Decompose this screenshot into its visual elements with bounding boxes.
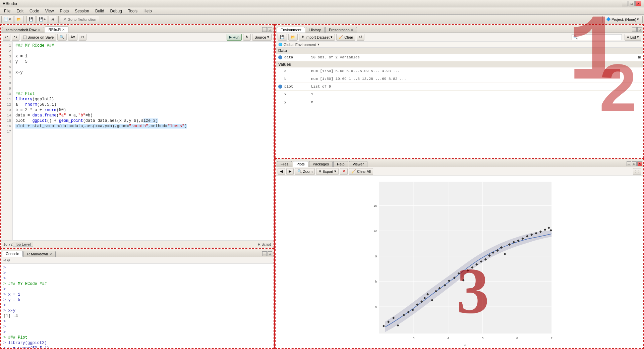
plot-minimize-button[interactable]: — <box>627 161 631 166</box>
menu-build[interactable]: Build <box>93 8 107 14</box>
tab-seminararbeit[interactable]: seminararbeit.Rnw ✕ <box>2 27 44 33</box>
rerun-button[interactable]: ↻ <box>243 34 251 41</box>
editor-content: 12345 678910 1112131415 1617 ### MY RCod… <box>1 42 274 240</box>
save-button[interactable]: 💾 <box>26 16 36 23</box>
tab-rfile-close[interactable]: ✕ <box>62 28 65 32</box>
tab-rmarkdown-close[interactable]: ✕ <box>49 252 52 256</box>
tab-files[interactable]: Files <box>277 161 292 167</box>
format-button[interactable]: A▾ <box>68 34 77 41</box>
project-button[interactable]: 🔷 Project: (None) ▾ <box>602 16 643 23</box>
editor-tabs: seminararbeit.Rnw ✕ RFile.R ✕ — □ <box>1 25 274 33</box>
snippet-button[interactable]: ✂ <box>79 34 86 41</box>
env-maximize-button[interactable]: □ <box>637 27 642 32</box>
x-indicator <box>278 92 282 96</box>
menu-file[interactable]: File <box>1 8 13 14</box>
minimize-button[interactable]: — <box>622 1 628 6</box>
y-name: y <box>284 99 311 105</box>
tab-packages[interactable]: Packages <box>309 161 333 167</box>
plot-value: List of 9 <box>311 84 331 90</box>
menu-code[interactable]: Code <box>27 8 42 14</box>
console-line: > <box>3 270 271 276</box>
menu-view[interactable]: View <box>43 8 57 14</box>
menu-help[interactable]: Help <box>141 8 155 14</box>
svg-text:15: 15 <box>373 204 377 207</box>
tab-rmarkdown[interactable]: R Markdown ✕ <box>23 251 56 257</box>
plot-maximize-button[interactable]: □ <box>632 161 637 166</box>
tab-environment[interactable]: Environment <box>277 27 305 33</box>
go-to-file-input[interactable]: ↗ Go to file/function <box>60 16 99 23</box>
global-env-label[interactable]: Global Environment <box>284 43 316 47</box>
env-open-button[interactable]: 📂 <box>288 34 298 41</box>
env-row-x[interactable]: x 1 <box>276 91 643 98</box>
menu-edit[interactable]: Edit <box>14 8 26 14</box>
export-button[interactable]: ⬇ Export▾ <box>316 168 339 175</box>
tab-presentation-close[interactable]: ✕ <box>351 28 353 32</box>
main-toolbar: 📄▾ 📂 💾 💾+ 🖨 ↗ Go to file/function 🔷 Proj… <box>0 15 644 24</box>
plot-close-button[interactable]: ✕ <box>637 161 642 166</box>
code-area[interactable]: ### MY RCode ### x = 1 y = 5 x-y ### Plo… <box>13 42 274 240</box>
context-level[interactable]: Top Level <box>13 242 33 247</box>
console-maximize-button[interactable]: □ <box>268 251 272 256</box>
source-button[interactable]: Source▾ <box>252 34 272 41</box>
env-save-button[interactable]: 💾 <box>278 34 287 41</box>
env-row-plot[interactable]: plot List of 9 <box>276 83 643 91</box>
zoom-button[interactable]: 🔍 Zoom <box>295 168 315 175</box>
console-minimize-button[interactable]: — <box>262 251 267 256</box>
tab-console-label: Console <box>6 252 19 256</box>
undo-button[interactable]: ↩ <box>3 34 10 41</box>
data-expand-icon[interactable]: ⊞ <box>638 54 641 60</box>
env-row-b[interactable]: b num [1:50] 10.69 1...8 13.28 ...69 8.8… <box>276 75 643 83</box>
tab-history[interactable]: History <box>306 27 325 33</box>
new-file-button[interactable]: 📄▾ <box>1 16 13 23</box>
source-save-button[interactable]: Source on Save <box>21 34 56 41</box>
menu-tools[interactable]: Tools <box>125 8 140 14</box>
toolbar-sep-1 <box>25 16 25 23</box>
clear-env-button[interactable]: 🧹 Clear <box>336 34 355 41</box>
plot-indicator <box>278 85 282 89</box>
open-file-button[interactable]: 📂 <box>14 16 23 23</box>
editor-maximize-button[interactable]: □ <box>268 27 272 32</box>
env-search-input[interactable] <box>572 34 622 40</box>
env-content: Data data 50 obs. of 2 variables ⊞ Value… <box>276 48 643 158</box>
env-minimize-button[interactable]: — <box>632 27 637 32</box>
plot-prev-button[interactable]: ◀ <box>278 168 285 175</box>
tab-viewer[interactable]: Viewer <box>349 161 367 167</box>
env-row-data[interactable]: data 50 obs. of 2 variables ⊞ <box>276 54 643 61</box>
toolbar-sep-2 <box>58 16 59 23</box>
maximize-button[interactable]: □ <box>629 1 635 6</box>
menu-plots[interactable]: Plots <box>57 8 72 14</box>
plot-next-button[interactable]: ▶ <box>286 168 294 175</box>
list-view-button[interactable]: ≡ List▾ <box>625 34 641 41</box>
env-row-y[interactable]: y 5 <box>276 98 643 106</box>
tab-help[interactable]: Help <box>333 161 348 167</box>
print-button[interactable]: 🖨 <box>49 16 57 23</box>
plot-name: plot <box>284 84 311 90</box>
import-dataset-button[interactable]: ⬆ Import Dataset▾ <box>299 34 335 41</box>
x-value: 1 <box>311 91 313 97</box>
console-stop-icon[interactable]: ⊙ <box>7 258 10 262</box>
search-button[interactable]: 🔍 <box>57 34 67 41</box>
tab-rfile[interactable]: RFile.R ✕ <box>45 27 69 33</box>
save-all-button[interactable]: 💾+ <box>37 16 48 23</box>
redo-button[interactable]: ↪ <box>12 34 19 41</box>
clear-all-button[interactable]: 🧹 Clear All <box>349 168 373 175</box>
console-line: > <box>3 303 271 308</box>
delete-plot-button[interactable]: ✕ <box>340 168 348 175</box>
close-button[interactable]: ✕ <box>635 1 641 6</box>
project-dropdown-icon: ▾ <box>637 17 639 21</box>
svg-text:4: 4 <box>447 337 449 340</box>
tab-rmarkdown-label: R Markdown <box>27 252 48 256</box>
source-save-checkbox[interactable] <box>23 36 26 39</box>
env-row-a[interactable]: a num [1:50] 5.68 6.0...5.09 5... 4.98 .… <box>276 67 643 75</box>
refresh-button[interactable]: ↺ <box>357 34 364 41</box>
run-button[interactable]: ▶ Run <box>227 34 242 41</box>
plot-fullscreen-button[interactable]: ⛶ <box>633 168 641 175</box>
tab-plots[interactable]: Plots <box>293 161 308 167</box>
menu-debug[interactable]: Debug <box>108 8 125 14</box>
editor-minimize-button[interactable]: — <box>262 27 267 32</box>
console-content[interactable]: > > > > ### MY RCode ### > > x = 1 > y =… <box>1 264 274 348</box>
tab-seminararbeit-close[interactable]: ✕ <box>38 28 41 32</box>
tab-console[interactable]: Console <box>2 251 23 257</box>
tab-presentation[interactable]: Presentation ✕ <box>325 27 357 33</box>
menu-session[interactable]: Session <box>72 8 92 14</box>
